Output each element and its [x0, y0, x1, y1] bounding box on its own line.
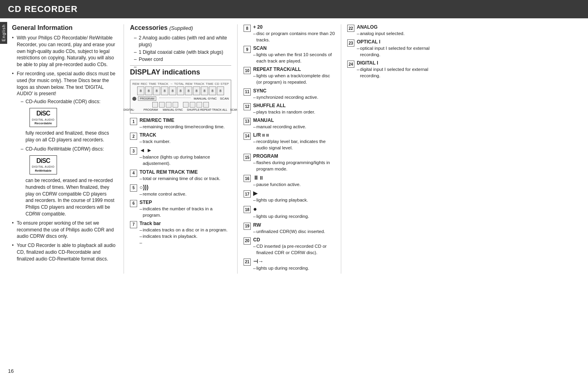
badge-1: 1	[130, 118, 137, 125]
page-title: CD RECORDER	[8, 4, 78, 14]
disp-top-labels: REM REC TIME TRACK → TOTAL REM TRACK TIM…	[132, 82, 229, 86]
general-info-list: With your Philips CD Recordable/ ReWrita…	[12, 35, 116, 262]
acc-item-2: 1 Digital coaxial cable (with black plug…	[134, 49, 231, 56]
disp-small-2	[159, 102, 165, 108]
display-item-24: 24 DIGITAL I digital input I selected fo…	[347, 60, 441, 79]
item-11-title: SYNC	[253, 88, 335, 94]
col-display-items-22-24: 22 ANALOG analog input selected. 23 OPTI…	[341, 24, 441, 274]
item-10-desc: lights up when a track/complete disc (or…	[253, 72, 335, 85]
item-4-title: TOTAL REM TRACK TIME	[140, 169, 231, 175]
item-8-desc: disc or program contains more than 20 tr…	[253, 30, 335, 43]
item-23-title: OPTICAL I	[357, 39, 441, 45]
item-18-content: ● lights up during recording.	[253, 206, 335, 219]
item-14-title: L/R ıı ıı	[253, 132, 335, 138]
badge-3: 3	[130, 147, 137, 155]
seg-6: 8	[177, 86, 184, 95]
display-item-5: 5 ○))) remote control active.	[130, 184, 231, 197]
item-21-content: ⊣→ lights up during recording.	[253, 258, 335, 271]
gap	[179, 102, 182, 108]
disp-seg-row: 8 8 8 8 8 8 8 8 8 8 8	[132, 86, 229, 95]
display-section: DISPLAY indications REM REC TIME TRACK →…	[130, 68, 231, 239]
main-content: General Information With your Philips CD…	[0, 18, 588, 280]
seg-8: 8	[193, 86, 200, 95]
seg-9: 8	[201, 86, 208, 95]
disp-small-8	[203, 102, 209, 108]
item-23-desc: optical input I selected for external re…	[357, 45, 441, 58]
item-16-desc: pause function active.	[253, 181, 335, 188]
badge-19: 19	[244, 223, 251, 230]
display-item-2: 2 TRACK track number.	[130, 132, 231, 145]
disp-bottom-labels: DIGITAL· PROGRAM MANUAL·SYNC SHUFFLE·REP…	[132, 108, 229, 111]
badge-2: 2	[130, 133, 137, 140]
display-item-16: 16 ⏸ II pause function active.	[244, 174, 335, 188]
item-13-title: MANUAL	[253, 118, 335, 123]
item-21-title: ⊣→	[253, 258, 335, 264]
badge-10: 10	[244, 67, 251, 74]
display-item-4: 4 TOTAL REM TRACK TIME total or remainin…	[130, 169, 231, 182]
item-10-title: REPEAT TRACK/ALL	[253, 67, 335, 72]
item-22-desc: analog input selected.	[357, 30, 441, 37]
display-item-12: 12 SHUFFLE ALL plays tracks in random or…	[244, 103, 335, 115]
disp-small-boxes-row	[132, 102, 229, 108]
item-2-title: TRACK	[140, 132, 231, 138]
item-20-content: CD CD inserted (a pre-recorded CD or fin…	[253, 237, 335, 256]
badge-17: 17	[244, 190, 251, 198]
display-item-10: 10 REPEAT TRACK/ALL lights up when a tra…	[244, 67, 335, 85]
item-1-title: REM/REC TIME	[140, 118, 231, 123]
display-diagram: REM REC TIME TRACK → TOTAL REM TRACK TIM…	[130, 80, 231, 114]
page-wrapper: CD RECORDER English General Information …	[0, 0, 588, 380]
item-15-desc: flashes during programming/lights in pro…	[253, 159, 335, 172]
acc-item-3: Power cord	[134, 56, 231, 63]
seg-4: 8	[161, 86, 168, 95]
accessories-section: Accessories (Supplied) 2 Analog audio ca…	[130, 24, 231, 63]
badge-13: 13	[244, 118, 251, 125]
disc-type-cdr: CD-Audio Recordable (CDR) discs: DiSC DI…	[21, 98, 116, 143]
badge-12: 12	[244, 103, 251, 110]
badge-8: 8	[244, 25, 251, 32]
badge-14: 14	[244, 133, 251, 140]
badge-18: 18	[244, 206, 251, 213]
seg-1: 8	[137, 86, 144, 95]
language-tab: English	[0, 22, 7, 44]
item-12-title: SHUFFLE ALL	[253, 103, 335, 108]
compact-disc-logo-recordable: DiSC DIGITAL AUDIO Recordable	[29, 108, 57, 127]
item-24-content: DIGITAL I digital input I selected for e…	[357, 60, 441, 79]
general-info-title: General Information	[12, 24, 116, 31]
item-7-desc-2: indicates track in playback.	[140, 233, 231, 239]
disp-small-7	[197, 102, 202, 108]
page-number: 16	[8, 368, 14, 374]
item-16-title: ⏸ II	[253, 174, 335, 181]
item-2-content: TRACK track number.	[140, 132, 231, 145]
item-12-desc: plays tracks in random order.	[253, 109, 335, 115]
display-item-22: 22 ANALOG analog input selected.	[347, 24, 441, 37]
item-24-title: DIGITAL I	[357, 60, 441, 66]
display-item-21: 21 ⊣→ lights up during recording.	[244, 258, 335, 271]
item-22-content: ANALOG analog input selected.	[357, 24, 441, 37]
seg-10: 8	[209, 86, 216, 95]
prog-box: PROGRAM	[138, 96, 156, 101]
badge-24: 24	[347, 61, 354, 68]
item-8-content: + 20 disc or program contains more than …	[253, 24, 335, 43]
item-8-title: + 20	[253, 24, 335, 30]
item-5-title: ○)))	[140, 184, 231, 190]
display-item-8: 8 + 20 disc or program contains more tha…	[244, 24, 335, 43]
item-9-desc: lights up when the first 10 seconds of e…	[253, 51, 335, 64]
badge-5: 5	[130, 184, 137, 192]
display-item-17: 17 ▶ lights up during playback.	[244, 190, 335, 203]
display-item-7: 7 Track bar indicates tracks on a disc o…	[130, 221, 231, 239]
dotted-line	[159, 98, 191, 98]
item-4-desc: total or remaining time of disc or track…	[140, 175, 231, 182]
item-3-content: ◄ ► balance (lights up during balance ad…	[140, 147, 231, 166]
badge-16: 16	[244, 175, 251, 182]
disc-types: CD-Audio Recordable (CDR) discs: DiSC DI…	[17, 98, 116, 217]
badge-20: 20	[244, 237, 251, 245]
item-17-title: ▶	[253, 190, 335, 196]
disp-small-1	[152, 102, 158, 108]
item-11-desc: synchronized recording active.	[253, 94, 335, 100]
display-item-14: 14 L/R ıı ıı record/play level bar, indi…	[244, 132, 335, 151]
accessories-title: Accessories (Supplied)	[130, 24, 231, 31]
col-accessories-display: Accessories (Supplied) 2 Analog audio ca…	[124, 24, 237, 274]
compact-disc-logo-rewritable: DiSC DIGITAL AUDIO ReWritable	[29, 155, 57, 174]
disc-type-cdrw: CD-Audio ReWritable (CDRW) discs: DiSC D…	[21, 146, 116, 217]
badge-23: 23	[347, 39, 354, 47]
